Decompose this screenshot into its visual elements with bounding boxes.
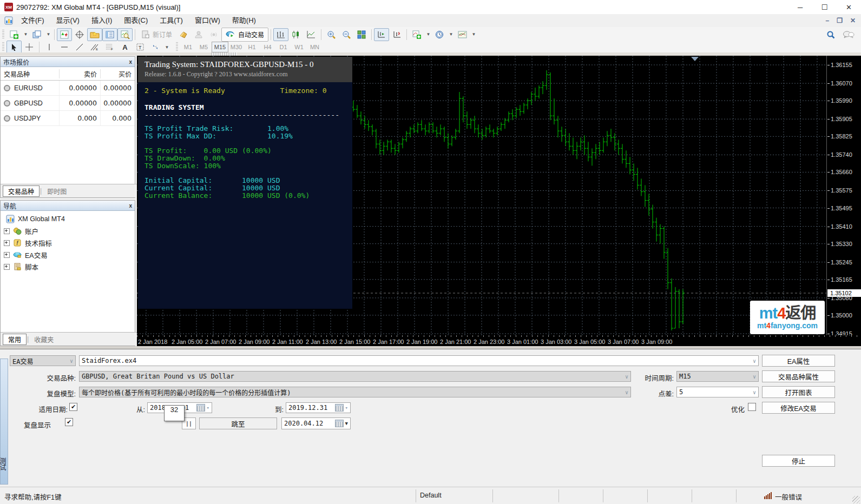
text-button[interactable]: A bbox=[117, 41, 133, 54]
column-symbol[interactable]: 交易品种 bbox=[1, 69, 60, 78]
timeframe-H4[interactable]: H4 bbox=[260, 42, 275, 52]
nav-item-技术指标[interactable]: f技术指标 bbox=[1, 237, 135, 249]
templates-button[interactable] bbox=[455, 28, 470, 41]
child-minimize-icon[interactable]: – bbox=[825, 17, 829, 24]
menu-item[interactable]: 图表(C) bbox=[118, 14, 154, 27]
child-restore-icon[interactable]: ❐ bbox=[837, 17, 843, 24]
market-row-GBPUSD[interactable]: GBPUSD0.000000.00000 bbox=[1, 96, 135, 111]
close-icon[interactable]: x bbox=[129, 59, 132, 65]
arrows-button[interactable] bbox=[148, 41, 163, 54]
zoom-in-button[interactable] bbox=[324, 28, 339, 41]
nav-item-EA交易[interactable]: EA交易 bbox=[1, 249, 135, 261]
history-center-button[interactable] bbox=[176, 28, 191, 41]
search-icon[interactable] bbox=[826, 30, 835, 39]
column-ask[interactable]: 买价 bbox=[101, 69, 135, 78]
tile-windows-button[interactable] bbox=[354, 28, 369, 41]
timeframe-MN[interactable]: MN bbox=[307, 42, 323, 52]
minimize-button[interactable]: ─ bbox=[788, 0, 812, 14]
notifications-button[interactable] bbox=[206, 28, 221, 41]
child-close-icon[interactable]: ✕ bbox=[850, 17, 856, 24]
fibonacci-button[interactable]: F bbox=[102, 41, 117, 54]
chat-icon[interactable] bbox=[843, 30, 855, 39]
market-row-EURUSD[interactable]: EURUSD0.000000.00000 bbox=[1, 81, 135, 96]
toolbar-grip[interactable] bbox=[176, 42, 178, 52]
timeframe-D1[interactable]: D1 bbox=[275, 42, 291, 52]
zoom-out-button[interactable] bbox=[339, 28, 354, 41]
spread-select[interactable]: 5∨ bbox=[676, 387, 759, 397]
chart-canvas[interactable]: Trading System: STAIDFOREX-GBPUSD-M15 - … bbox=[137, 56, 826, 335]
cursor-button[interactable] bbox=[6, 41, 22, 54]
line-chart-button[interactable] bbox=[304, 28, 319, 41]
status-profile[interactable]: Default bbox=[420, 492, 442, 499]
tab-常用[interactable]: 常用 bbox=[3, 334, 27, 345]
indicators-dropdown[interactable]: ▼ bbox=[424, 28, 432, 41]
symbol-select[interactable]: GBPUSD, Great Britan Pound vs US Dollar∨ bbox=[79, 371, 631, 382]
optimize-checkbox[interactable] bbox=[748, 403, 756, 411]
close-icon[interactable]: x bbox=[129, 203, 132, 209]
stop-button[interactable]: 停止 bbox=[762, 455, 835, 467]
jump-to-button[interactable]: 跳至 bbox=[199, 417, 277, 429]
periods-button[interactable] bbox=[432, 28, 447, 41]
calendar-icon[interactable] bbox=[335, 404, 344, 412]
visual-mode-checkbox[interactable]: ✔ bbox=[65, 418, 73, 426]
profiles-dropdown[interactable]: ▼ bbox=[44, 28, 52, 41]
crosshair-button[interactable] bbox=[22, 41, 37, 54]
trendline-button[interactable] bbox=[72, 41, 87, 54]
menu-item[interactable]: 工具(T) bbox=[154, 14, 189, 27]
tab-收藏夹[interactable]: 收藏夹 bbox=[29, 334, 58, 344]
vertical-line-button[interactable] bbox=[42, 41, 57, 54]
menu-item[interactable]: 帮助(H) bbox=[226, 14, 262, 27]
resize-grip[interactable] bbox=[852, 496, 860, 503]
nav-root[interactable]: XM Global MT4 bbox=[1, 213, 135, 225]
data-window-button[interactable] bbox=[72, 28, 87, 41]
calendar-icon[interactable] bbox=[196, 404, 205, 412]
menu-item[interactable]: 插入(I) bbox=[86, 14, 118, 27]
timeframe-H1[interactable]: H1 bbox=[244, 42, 260, 52]
toolbar-grip[interactable] bbox=[2, 42, 4, 52]
expand-icon[interactable] bbox=[4, 264, 10, 270]
symbol-properties-button[interactable]: 交易品种属性 bbox=[762, 370, 835, 382]
tester-mode-select[interactable]: EA交易∨ bbox=[10, 355, 76, 366]
timeframe-M30[interactable]: M30 bbox=[228, 42, 244, 52]
new-chart-dropdown[interactable]: ▼ bbox=[22, 28, 29, 41]
nav-item-账户[interactable]: 账户 bbox=[1, 225, 135, 237]
toolbar-grip[interactable] bbox=[2, 30, 4, 39]
menu-item[interactable]: 显示(V) bbox=[50, 14, 86, 27]
candlestick-chart-button[interactable] bbox=[288, 28, 304, 41]
timeframe-M5[interactable]: M5 bbox=[196, 42, 212, 52]
new-order-button[interactable]: 新订单 bbox=[137, 28, 176, 41]
model-select[interactable]: 每个即时价格(基于所有可利用的最小时段的每一个价格的分形插值计算)∨ bbox=[79, 387, 631, 397]
ea-properties-button[interactable]: EA属性 bbox=[762, 355, 835, 367]
market-watch-button[interactable] bbox=[57, 28, 72, 41]
bar-chart-button[interactable] bbox=[273, 28, 288, 41]
use-dates-checkbox[interactable]: ✔ bbox=[69, 403, 77, 411]
nav-item-脚本[interactable]: 脚本 bbox=[1, 261, 135, 273]
timeframe-W1[interactable]: W1 bbox=[291, 42, 307, 52]
terminal-button[interactable] bbox=[102, 28, 117, 41]
ea-file-select[interactable]: StaidForex.ex4∨ bbox=[79, 355, 759, 366]
text-label-button[interactable]: T bbox=[133, 41, 148, 54]
chart-shift-button[interactable] bbox=[374, 28, 389, 41]
expand-icon[interactable] bbox=[4, 240, 10, 246]
menu-item[interactable]: 文件(F) bbox=[15, 14, 50, 27]
timeframe-M15[interactable]: M15 bbox=[212, 42, 228, 52]
navigator-button[interactable] bbox=[87, 28, 102, 41]
channel-button[interactable]: E bbox=[87, 41, 102, 54]
expand-icon[interactable] bbox=[4, 252, 10, 258]
indicators-button[interactable] bbox=[409, 28, 424, 41]
open-chart-button[interactable]: 打开图表 bbox=[762, 386, 835, 398]
profiles-button[interactable] bbox=[29, 28, 44, 41]
menu-item[interactable]: 窗口(W) bbox=[189, 14, 226, 27]
to-date-field[interactable]: 2019.12.31▾ bbox=[286, 402, 351, 413]
timeframe-M1[interactable]: M1 bbox=[180, 42, 196, 52]
column-bid[interactable]: 卖价 bbox=[60, 69, 101, 78]
tab-交易品种[interactable]: 交易品种 bbox=[3, 185, 40, 197]
auto-scroll-button[interactable] bbox=[389, 28, 404, 41]
maximize-button[interactable]: ☐ bbox=[812, 0, 837, 14]
market-row-USDJPY[interactable]: USDJPY0.0000.000 bbox=[1, 111, 135, 126]
arrows-dropdown[interactable]: ▼ bbox=[163, 41, 170, 54]
strategy-tester-button[interactable] bbox=[117, 28, 133, 41]
new-chart-button[interactable] bbox=[6, 28, 22, 41]
periods-dropdown[interactable]: ▼ bbox=[447, 28, 455, 41]
auto-trading-button[interactable]: 自动交易 bbox=[221, 28, 268, 42]
